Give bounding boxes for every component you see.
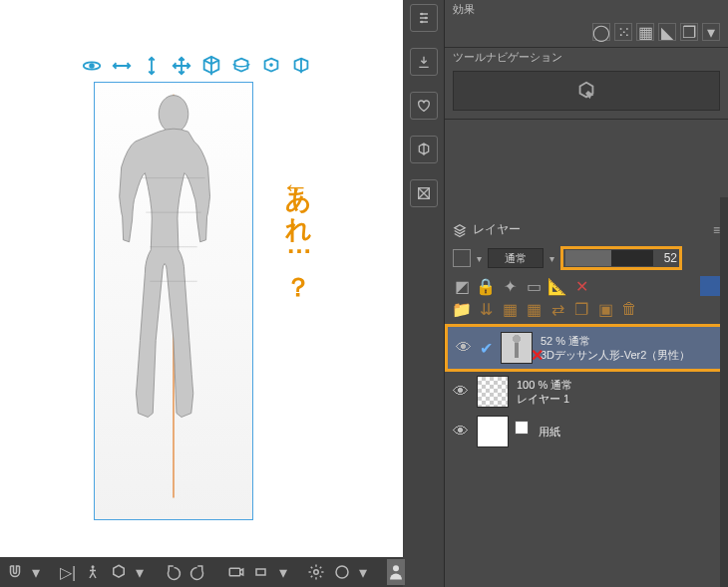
dock-crossbox-icon[interactable] xyxy=(410,179,438,207)
cube-axis-icon[interactable] xyxy=(289,54,313,78)
pose-icon[interactable] xyxy=(84,561,102,583)
skip-icon[interactable]: ▷| xyxy=(60,561,76,583)
chevron-down-icon[interactable]: ▾ xyxy=(32,561,40,583)
layer-panel-header: レイヤー ≡ xyxy=(445,217,728,242)
cube-icon[interactable] xyxy=(110,561,128,583)
effect-panel: 効果 ◯ ⁙ ▦ ◣ ❐ ▾ xyxy=(445,0,728,48)
layer-row[interactable]: 👁 用紙 xyxy=(445,412,728,451)
fx-dots-icon[interactable]: ⁙ xyxy=(614,23,632,41)
fx-circle-icon[interactable]: ◯ xyxy=(592,23,610,41)
new-layer2-icon[interactable]: ▦ xyxy=(525,300,543,318)
person-icon[interactable] xyxy=(387,559,405,585)
trash-icon[interactable]: 🗑 xyxy=(620,300,638,318)
toolnav-panel: ツールナビゲーション xyxy=(445,48,728,120)
fx-stack-icon[interactable]: ❐ xyxy=(680,23,698,41)
3d-figure-viewport[interactable] xyxy=(94,82,253,520)
transfer-icon[interactable]: ⇄ xyxy=(548,300,566,318)
layer-thumbnail xyxy=(477,376,509,408)
pan-h-icon[interactable] xyxy=(110,54,134,78)
dock-heart-icon[interactable] xyxy=(410,92,438,120)
cube-icon[interactable] xyxy=(199,54,223,78)
chevron-down-icon[interactable]: ▾ xyxy=(279,561,287,583)
chevron-down-icon[interactable]: ▾ xyxy=(359,561,367,583)
new-layer-icon[interactable]: ▦ xyxy=(501,300,519,318)
render-icon[interactable] xyxy=(333,561,351,583)
magnet-icon[interactable] xyxy=(6,561,24,583)
cube-scale-icon[interactable] xyxy=(259,54,283,78)
layers-icon xyxy=(453,223,467,237)
dock-param-icon[interactable] xyxy=(410,4,438,32)
layer-row-selected[interactable]: 👁 ✔ ✕ 52 % 通常 3Dデッサン人形-Ver2（男性） xyxy=(445,324,728,372)
svg-point-16 xyxy=(424,17,427,20)
new-folder-icon[interactable]: 📁 xyxy=(453,300,471,318)
panel-spacer xyxy=(445,120,728,217)
svg-rect-11 xyxy=(256,569,265,575)
scrollbar[interactable] xyxy=(720,197,728,587)
panel-menu-icon[interactable]: ≡ xyxy=(713,223,720,237)
svg-point-17 xyxy=(420,21,423,24)
redo-icon[interactable] xyxy=(189,561,207,583)
layer-toolbar-1: ◩ 🔒 ✦ ▭ 📐 ✕ xyxy=(445,274,728,298)
eye-icon[interactable]: 👁 xyxy=(456,339,472,357)
svg-point-2 xyxy=(269,63,273,67)
chevron-down-icon[interactable]: ▾ xyxy=(136,561,144,583)
opacity-slider[interactable] xyxy=(565,250,653,266)
panels-column: 効果 ◯ ⁙ ▦ ◣ ❐ ▾ ツールナビゲーション レイヤー ≡ xyxy=(445,0,728,587)
layer-thumbnail: ✕ xyxy=(501,332,533,364)
eye-icon[interactable]: 👁 xyxy=(453,423,469,440)
camera-icon[interactable] xyxy=(227,561,245,583)
svg-point-4 xyxy=(159,96,188,134)
paper-icon xyxy=(515,421,529,435)
layer-name: 用紙 xyxy=(539,425,560,439)
camera2-icon[interactable] xyxy=(253,561,271,583)
svg-point-1 xyxy=(89,63,95,69)
combine-icon[interactable]: ▣ xyxy=(596,300,614,318)
canvas-area: ← あれ…？ ▾ ▷| ▾ ▾ ▾ xyxy=(0,0,403,587)
viewport-bottom-toolbar: ▾ ▷| ▾ ▾ ▾ xyxy=(0,557,403,587)
svg-point-14 xyxy=(393,565,399,571)
chevron-down-icon[interactable]: ▾ xyxy=(549,253,554,264)
color-corner[interactable] xyxy=(700,276,720,296)
fx-chevron-icon[interactable]: ▾ xyxy=(702,23,720,41)
pan-v-icon[interactable] xyxy=(140,54,164,78)
annotation-text: あれ…？ xyxy=(283,169,313,285)
chevron-down-icon[interactable]: ▾ xyxy=(477,253,482,264)
undo-icon[interactable] xyxy=(164,561,182,583)
svg-point-9 xyxy=(92,565,95,568)
svg-point-15 xyxy=(420,13,423,16)
ruler-icon[interactable]: 📐 xyxy=(548,277,566,295)
settings-icon[interactable] xyxy=(307,561,325,583)
eye-icon[interactable]: 👁 xyxy=(453,383,469,401)
fx-noise-icon[interactable]: ▦ xyxy=(636,23,654,41)
dup-icon[interactable]: ❐ xyxy=(572,300,590,318)
cube-rot-icon[interactable] xyxy=(229,54,253,78)
effect-label: 効果 xyxy=(445,0,728,19)
layer-toolbar-2: 📁 ⇊ ▦ ▦ ⇄ ❐ ▣ 🗑 xyxy=(445,298,728,322)
move-icon[interactable] xyxy=(170,54,193,78)
layer-info: 52 % 通常 3Dデッサン人形-Ver2（男性） xyxy=(541,334,690,363)
layer-row[interactable]: 👁 100 % 通常 レイヤー 1 xyxy=(445,372,728,412)
orbit-icon[interactable] xyxy=(80,54,104,78)
layers-list: 👁 ✔ ✕ 52 % 通常 3Dデッサン人形-Ver2（男性） 👁 xyxy=(445,322,728,587)
fx-diag-icon[interactable]: ◣ xyxy=(658,23,676,41)
palette-color-swatch[interactable] xyxy=(453,249,471,267)
svg-point-12 xyxy=(314,570,319,575)
layer-panel-label: レイヤー xyxy=(473,221,521,238)
opacity-control-highlight: 52 xyxy=(560,246,682,270)
lock-icon[interactable]: 🔒 xyxy=(477,277,495,295)
dock-cube-icon[interactable] xyxy=(410,136,438,163)
layer-opacity-line: 52 % 通常 xyxy=(541,334,690,348)
svg-rect-10 xyxy=(229,568,240,576)
disabled-x-icon: ✕ xyxy=(531,346,544,365)
clip-icon[interactable]: ◩ xyxy=(453,277,471,295)
ref-icon[interactable]: ✦ xyxy=(501,277,519,295)
blend-mode-select[interactable]: 通常 xyxy=(488,248,544,268)
dock-download-icon[interactable] xyxy=(410,48,438,76)
opacity-value[interactable]: 52 xyxy=(655,251,677,265)
merge-icon[interactable]: ⇊ xyxy=(477,300,495,318)
layer-name: 3Dデッサン人形-Ver2（男性） xyxy=(541,348,690,362)
mask-icon[interactable]: ▭ xyxy=(525,277,543,295)
toolnav-button[interactable] xyxy=(453,71,720,111)
opacity-row: ▾ 通常 ▾ 52 xyxy=(445,242,728,274)
wand-icon[interactable]: ✕ xyxy=(572,277,590,295)
